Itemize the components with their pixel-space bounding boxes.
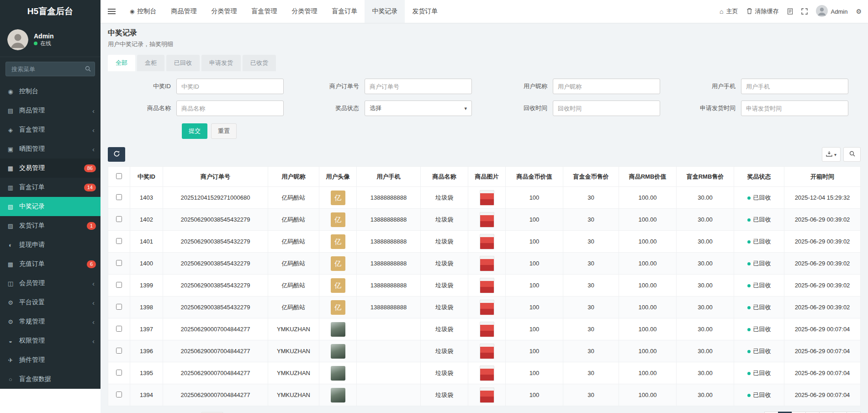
sidebar-item-平台设置[interactable]: ⚙平台设置‹ bbox=[0, 293, 101, 312]
row-checkbox[interactable] bbox=[116, 282, 122, 288]
status-tab-全部[interactable]: 全部 bbox=[108, 55, 135, 71]
filter-field-回收时间: 回收时间 bbox=[484, 101, 672, 116]
home-link[interactable]: ⌂ 主页 bbox=[720, 7, 738, 16]
product-image[interactable] bbox=[480, 256, 494, 271]
status-tab-申请发货[interactable]: 申请发货 bbox=[201, 55, 241, 71]
column-header-奖品状态[interactable]: 奖品状态 bbox=[734, 167, 784, 187]
cell-goods-rmb: 100.00 bbox=[619, 187, 677, 209]
search-icon[interactable] bbox=[85, 66, 91, 73]
filter-input-回收时间[interactable] bbox=[553, 101, 660, 116]
row-checkbox[interactable] bbox=[116, 216, 122, 222]
sidebar-item-充值订单[interactable]: ▩充值订单6 bbox=[0, 254, 101, 274]
plugin-icon: ✈ bbox=[6, 357, 15, 364]
status-tab-已收货[interactable]: 已收货 bbox=[243, 55, 276, 71]
filter-input-商户订单号[interactable] bbox=[365, 79, 472, 94]
sidebar-item-中奖记录[interactable]: ▧中奖记录 bbox=[0, 197, 101, 216]
product-image[interactable] bbox=[480, 212, 494, 228]
docs-icon[interactable] bbox=[787, 8, 793, 15]
column-header-用户手机[interactable]: 用户手机 bbox=[357, 167, 421, 187]
menu-search-input[interactable] bbox=[5, 62, 95, 76]
column-header-商品名称[interactable]: 商品名称 bbox=[421, 167, 468, 187]
sidebar-item-盲盒订单[interactable]: ▥盲盒订单14 bbox=[0, 178, 101, 197]
topbar-tab-分类管理[interactable]: 分类管理 bbox=[284, 0, 324, 23]
submit-button[interactable]: 提交 bbox=[182, 123, 207, 139]
row-checkbox[interactable] bbox=[116, 194, 122, 200]
product-image[interactable] bbox=[480, 278, 494, 293]
column-header-开箱时间[interactable]: 开箱时间 bbox=[784, 167, 861, 187]
search-toggle-button[interactable] bbox=[843, 147, 861, 162]
topbar-tab-控制台[interactable]: ◉控制台 bbox=[122, 0, 164, 23]
export-button[interactable]: ▾ bbox=[822, 147, 841, 162]
sidebar-item-提现申请[interactable]: ◐提现申请 bbox=[0, 235, 101, 254]
sidebar-item-盲盒假数据[interactable]: ○盲盒假数据 bbox=[0, 370, 101, 389]
filter-input-商品名称[interactable] bbox=[176, 101, 284, 116]
product-image[interactable] bbox=[480, 234, 494, 249]
sidebar-item-label: 充值订单 bbox=[19, 260, 45, 268]
topbar-tab-盲盒订单[interactable]: 盲盒订单 bbox=[324, 0, 365, 23]
product-image[interactable] bbox=[480, 365, 494, 381]
topbar-tab-发货订单[interactable]: 发货订单 bbox=[405, 0, 445, 23]
filter-select-奖品状态[interactable]: 选择▾ bbox=[365, 101, 472, 116]
row-checkbox[interactable] bbox=[116, 370, 122, 376]
topbar-tab-中奖记录[interactable]: 中奖记录 bbox=[365, 0, 405, 23]
cell-status: 已回收 bbox=[734, 340, 784, 362]
gear-icon[interactable]: ⚙ bbox=[856, 8, 862, 15]
clear-cache-button[interactable]: 清除缓存 bbox=[746, 7, 779, 16]
row-checkbox[interactable] bbox=[116, 238, 122, 244]
row-checkbox-cell bbox=[108, 384, 130, 406]
sidebar-item-会员管理[interactable]: ◫会员管理‹ bbox=[0, 274, 101, 293]
product-image[interactable] bbox=[480, 322, 494, 337]
fullscreen-icon[interactable] bbox=[801, 8, 808, 15]
sidebar-item-权限管理[interactable]: ◒权限管理‹ bbox=[0, 331, 101, 350]
records-table: 中奖ID商户订单号用户昵称用户头像用户手机商品名称商品图片商品金币价值盲盒金币售… bbox=[108, 166, 861, 406]
product-image[interactable] bbox=[480, 344, 494, 359]
column-header-中奖ID[interactable]: 中奖ID bbox=[130, 167, 163, 187]
cell-open-time: 2025-12-04 15:29:32 bbox=[784, 187, 861, 209]
cell-goods-rmb: 100.00 bbox=[619, 231, 677, 253]
topbar-tab-分类管理[interactable]: 分类管理 bbox=[204, 0, 244, 23]
table-row: 1396202506290007004844277YMKUZHAN垃圾袋1003… bbox=[108, 340, 861, 362]
hamburger-menu-icon[interactable] bbox=[101, 0, 122, 23]
column-header-商品图片[interactable]: 商品图片 bbox=[468, 167, 506, 187]
row-checkbox-cell bbox=[108, 231, 130, 253]
sidebar-item-插件管理[interactable]: ✈插件管理 bbox=[0, 350, 101, 370]
topbar-tab-盲盒管理[interactable]: 盲盒管理 bbox=[244, 0, 284, 23]
filter-input-用户手机[interactable] bbox=[741, 79, 848, 94]
row-checkbox-cell bbox=[108, 340, 130, 362]
reset-button[interactable]: 重置 bbox=[211, 123, 237, 139]
column-header-商品金币价值[interactable]: 商品金币价值 bbox=[506, 167, 563, 187]
sidebar-item-label: 会员管理 bbox=[19, 279, 45, 287]
sidebar-item-发货订单[interactable]: ▨发货订单1 bbox=[0, 216, 101, 235]
column-header-商户订单号[interactable]: 商户订单号 bbox=[163, 167, 268, 187]
filter-input-申请发货时间[interactable] bbox=[741, 101, 848, 116]
filter-label: 用户手机 bbox=[672, 82, 741, 90]
product-image[interactable] bbox=[480, 190, 494, 206]
status-tab-盒柜[interactable]: 盒柜 bbox=[137, 55, 164, 71]
status-tab-已回收[interactable]: 已回收 bbox=[166, 55, 200, 71]
column-header-用户头像[interactable]: 用户头像 bbox=[319, 167, 357, 187]
sidebar-item-商品管理[interactable]: ▤商品管理‹ bbox=[0, 101, 101, 120]
sidebar-item-晒图管理[interactable]: ▣晒图管理‹ bbox=[0, 139, 101, 159]
sidebar-item-盲盒管理[interactable]: ◈盲盒管理‹ bbox=[0, 120, 101, 139]
product-image[interactable] bbox=[480, 387, 494, 403]
filter-input-用户昵称[interactable] bbox=[553, 79, 660, 94]
row-checkbox[interactable] bbox=[116, 326, 122, 332]
row-checkbox[interactable] bbox=[116, 392, 122, 397]
sidebar-item-交易管理[interactable]: ▦交易管理86 bbox=[0, 159, 101, 178]
sidebar-item-常规管理[interactable]: ⚙常规管理‹ bbox=[0, 312, 101, 331]
column-header-盲盒金币售价[interactable]: 盲盒金币售价 bbox=[563, 167, 619, 187]
topbar-user-menu[interactable]: Admin bbox=[816, 5, 848, 18]
product-image[interactable] bbox=[480, 300, 494, 315]
table-row: 1400202506290038545432279亿码酷站亿1388888888… bbox=[108, 253, 861, 275]
row-checkbox[interactable] bbox=[116, 260, 122, 266]
refresh-button[interactable] bbox=[108, 147, 125, 162]
column-header-用户昵称[interactable]: 用户昵称 bbox=[268, 167, 319, 187]
row-checkbox[interactable] bbox=[116, 348, 122, 354]
row-checkbox[interactable] bbox=[116, 304, 122, 310]
select-all-checkbox[interactable] bbox=[116, 173, 122, 179]
sidebar-item-控制台[interactable]: ◉控制台 bbox=[0, 82, 101, 101]
column-header-商品RMB价值[interactable]: 商品RMB价值 bbox=[619, 167, 677, 187]
filter-input-中奖ID[interactable] bbox=[176, 79, 284, 94]
topbar-tab-商品管理[interactable]: 商品管理 bbox=[164, 0, 204, 23]
column-header-盲盒RMB售价[interactable]: 盲盒RMB售价 bbox=[677, 167, 734, 187]
